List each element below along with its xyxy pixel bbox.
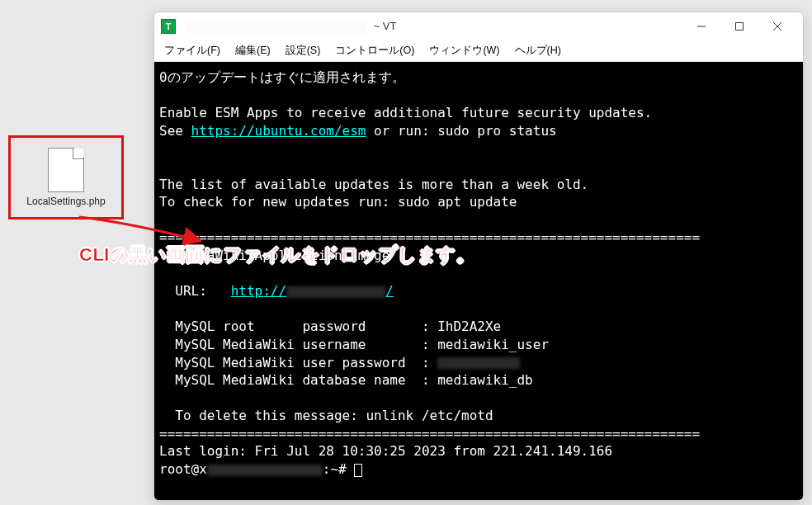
terminal-window: T ~ VT ファイル(F) 編集(E) 設定(S) コントロール(O) ウィン… bbox=[153, 12, 804, 501]
term-prompt: root@x:~# bbox=[159, 461, 362, 477]
term-line: URL: http:/// bbox=[159, 283, 394, 299]
term-divider: ========================================… bbox=[159, 426, 700, 441]
app-icon: T bbox=[161, 19, 176, 34]
term-divider: ========================================… bbox=[159, 229, 700, 245]
window-title: ~ VT bbox=[182, 20, 396, 33]
term-line: The list of available updates is more th… bbox=[159, 177, 588, 192]
desktop-file[interactable]: LocalSettings.php bbox=[8, 135, 124, 219]
file-icon bbox=[48, 148, 84, 192]
window-title-suffix: ~ VT bbox=[374, 20, 397, 32]
term-line: Enable ESM Apps to receive additional fu… bbox=[159, 105, 652, 120]
window-controls bbox=[682, 12, 796, 40]
term-line: See https://ubuntu.com/esm or run: sudo … bbox=[159, 123, 557, 139]
term-line: MySQL MediaWiki username : mediawiki_use… bbox=[159, 337, 549, 352]
maximize-button[interactable] bbox=[720, 12, 758, 40]
esm-link[interactable]: https://ubuntu.com/esm bbox=[191, 123, 366, 139]
terminal-body[interactable]: 0のアップデートはすぐに適用されます。 Enable ESM Apps to r… bbox=[154, 62, 803, 500]
close-button[interactable] bbox=[758, 12, 796, 40]
titlebar[interactable]: T ~ VT bbox=[154, 12, 803, 40]
menu-control[interactable]: コントロール(O) bbox=[328, 41, 421, 60]
minimize-icon bbox=[696, 21, 706, 31]
term-line: To delete this message: unlink /etc/motd bbox=[159, 408, 493, 423]
term-line: To check for new updates run: sudo apt u… bbox=[159, 194, 517, 210]
term-line: Last login: Fri Jul 28 10:30:25 2023 fro… bbox=[159, 443, 612, 459]
term-line: 0のアップデートはすぐに適用されます。 bbox=[159, 69, 405, 85]
menu-window[interactable]: ウィンドウ(W) bbox=[423, 41, 506, 60]
file-name-label: LocalSettings.php bbox=[26, 196, 105, 207]
hostname-redacted bbox=[207, 465, 323, 476]
menubar: ファイル(F) 編集(E) 設定(S) コントロール(O) ウィンドウ(W) ヘ… bbox=[154, 40, 803, 62]
url-redacted bbox=[286, 286, 385, 298]
term-line: MediaWiki Application Image bbox=[159, 248, 389, 263]
menu-file[interactable]: ファイル(F) bbox=[158, 41, 227, 60]
menu-edit[interactable]: 編集(E) bbox=[229, 41, 277, 60]
maximize-icon bbox=[734, 21, 744, 31]
menu-setup[interactable]: 設定(S) bbox=[279, 41, 328, 60]
svg-rect-1 bbox=[736, 23, 744, 31]
password-redacted bbox=[437, 357, 520, 369]
close-icon bbox=[772, 21, 782, 31]
minimize-button[interactable] bbox=[682, 12, 720, 40]
term-line: MySQL root password : IhD2A2Xe bbox=[159, 319, 501, 334]
cursor-icon bbox=[354, 464, 362, 477]
title-redacted bbox=[186, 21, 367, 33]
menu-help[interactable]: ヘルプ(H) bbox=[508, 41, 568, 60]
term-line: MySQL MediaWiki user password : bbox=[159, 355, 520, 370]
term-line: MySQL MediaWiki database name : mediawik… bbox=[159, 372, 533, 388]
url-link[interactable]: http:/// bbox=[231, 283, 394, 299]
